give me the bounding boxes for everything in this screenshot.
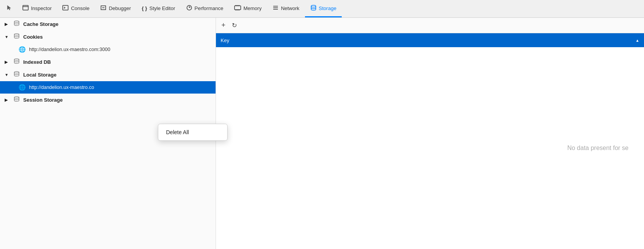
performance-label: Performance: [195, 5, 223, 11]
svg-point-20: [14, 34, 19, 35]
local-storage-url-label: http://dandelion.ux-maestro.co: [29, 85, 94, 90]
add-entry-button[interactable]: +: [220, 20, 227, 30]
globe-icon-local-storage: 🌐: [19, 84, 26, 91]
sidebar-item-cookies[interactable]: ▼ Cookies: [0, 31, 216, 43]
network-icon: [272, 5, 279, 12]
inspector-tab[interactable]: Inspector: [17, 0, 57, 17]
key-column-header[interactable]: Key ▲: [216, 38, 644, 43]
debugger-tab[interactable]: Debugger: [95, 0, 136, 17]
cookies-icon: [13, 33, 20, 41]
sidebar-item-local-storage[interactable]: ▼ Local Storage: [0, 68, 216, 81]
pointer-tool-button[interactable]: [2, 0, 17, 17]
chevron-down-local-icon: ▼: [5, 73, 9, 77]
delete-all-label: Delete All: [166, 129, 189, 135]
plus-icon: +: [221, 21, 226, 29]
memory-tab[interactable]: Memory: [229, 0, 267, 17]
cookies-label: Cookies: [23, 34, 43, 40]
svg-rect-0: [23, 5, 28, 10]
memory-label: Memory: [243, 5, 262, 11]
chevron-right-session-icon: ▶: [5, 98, 9, 102]
key-column-label: Key: [221, 38, 229, 43]
storage-icon: [310, 5, 317, 12]
inspector-label: Inspector: [31, 5, 51, 11]
local-storage-label: Local Storage: [23, 72, 57, 78]
svg-point-23: [14, 97, 19, 98]
indexed-db-label: Indexed DB: [23, 59, 51, 65]
svg-point-19: [14, 21, 19, 22]
performance-tab[interactable]: Performance: [181, 0, 229, 17]
svg-point-22: [14, 72, 19, 73]
globe-icon-cookies: 🌐: [19, 46, 26, 53]
refresh-icon: ↻: [232, 22, 237, 29]
chevron-right-indexed-icon: ▶: [5, 60, 9, 64]
storage-tab[interactable]: Storage: [305, 0, 342, 17]
memory-icon: [234, 5, 241, 12]
pointer-icon: [6, 5, 12, 12]
main-layout: ▶ Cache Storage ▼ Cookies: [0, 18, 644, 249]
sidebar-item-indexed-db[interactable]: ▶ Indexed DB: [0, 56, 216, 68]
debugger-icon: [100, 5, 106, 12]
debugger-label: Debugger: [109, 5, 131, 11]
cache-storage-icon: [13, 20, 20, 28]
console-tab[interactable]: Console: [57, 0, 95, 17]
cookies-url-label: http://dandelion.ux-maestro.com:3000: [29, 47, 110, 52]
network-tab[interactable]: Network: [267, 0, 305, 17]
session-storage-label: Session Storage: [23, 97, 63, 103]
table-header: Key ▲: [216, 33, 644, 47]
sort-asc-icon: ▲: [635, 38, 639, 43]
svg-rect-6: [235, 6, 241, 10]
context-menu: Delete All: [158, 124, 228, 141]
svg-point-21: [14, 59, 19, 60]
inspector-icon: [22, 5, 29, 12]
table-empty-state: No data present for se: [216, 47, 644, 249]
sidebar-sub-item-local-storage-dandelion[interactable]: 🌐 http://dandelion.ux-maestro.co: [0, 81, 216, 94]
context-menu-delete-all[interactable]: Delete All: [158, 126, 227, 139]
sidebar-sub-item-cookies-dandelion[interactable]: 🌐 http://dandelion.ux-maestro.com:3000: [0, 43, 216, 56]
session-storage-icon: [13, 96, 20, 104]
svg-point-18: [311, 5, 316, 7]
content-area: + ↻ Key ▲ No data present for se: [216, 18, 644, 249]
performance-icon: [186, 5, 192, 12]
action-bar: + ↻: [216, 18, 644, 33]
console-label: Console: [71, 5, 89, 11]
sidebar-item-session-storage[interactable]: ▶ Session Storage: [0, 94, 216, 106]
console-icon: [62, 5, 69, 12]
style-editor-label: Style Editor: [149, 5, 175, 11]
local-storage-icon: [13, 71, 20, 78]
chevron-down-cookies-icon: ▼: [5, 35, 9, 39]
refresh-button[interactable]: ↻: [230, 21, 238, 30]
indexed-db-icon: [13, 58, 20, 66]
style-editor-tab[interactable]: { } Style Editor: [136, 0, 180, 17]
empty-message: No data present for se: [567, 145, 629, 152]
toolbar: Inspector Console Debugger { } Style Edi…: [0, 0, 644, 18]
network-label: Network: [281, 5, 300, 11]
style-editor-icon: { }: [142, 5, 147, 11]
storage-label: Storage: [319, 5, 337, 11]
sidebar-item-cache-storage[interactable]: ▶ Cache Storage: [0, 18, 216, 31]
chevron-right-icon: ▶: [5, 22, 9, 26]
cache-storage-label: Cache Storage: [23, 21, 58, 27]
